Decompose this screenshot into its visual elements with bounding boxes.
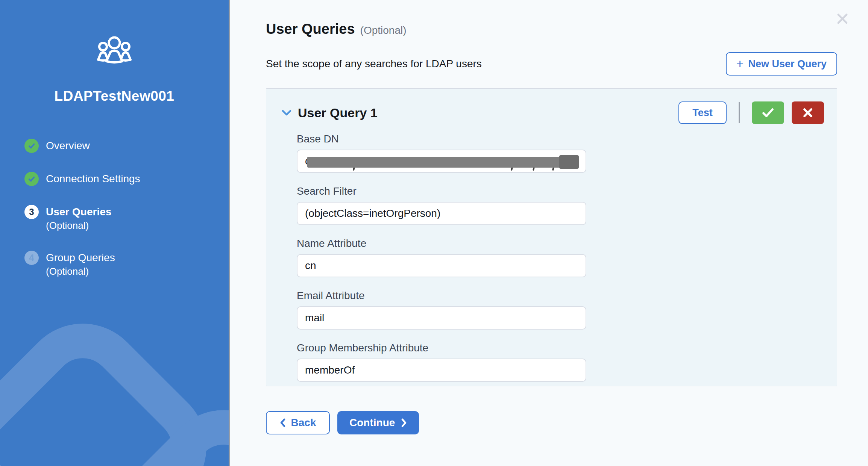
step-sublabel: (Optional) — [46, 220, 89, 231]
step-done-badge — [24, 172, 39, 186]
ldap-wizard-modal: LDAPTestNew001 Overview — [0, 0, 868, 466]
redaction-bar-end — [559, 155, 579, 169]
step-done-badge — [24, 139, 39, 153]
connector-name: LDAPTestNew001 — [0, 88, 229, 104]
email-attribute-label: Email Attribute — [297, 290, 586, 302]
step-number-badge: 4 — [24, 251, 39, 265]
new-user-query-button[interactable]: + New User Query — [726, 52, 837, 76]
continue-label: Continue — [349, 417, 395, 429]
step-label: Connection Settings — [46, 173, 140, 185]
field-group-membership-attribute: Group Membership Attribute — [297, 342, 586, 382]
search-filter-label: Search Filter — [297, 185, 586, 197]
step-overview[interactable]: Overview — [24, 139, 229, 153]
group-membership-attribute-label: Group Membership Attribute — [297, 342, 586, 354]
search-filter-input[interactable] — [297, 202, 586, 225]
email-attribute-input[interactable] — [297, 306, 586, 330]
close-icon[interactable] — [836, 12, 849, 26]
step-connection-settings[interactable]: Connection Settings — [24, 172, 229, 186]
page-header: User Queries (Optional) Set the scope of… — [231, 0, 868, 76]
base-dn-label: Base DN — [297, 133, 586, 145]
back-button[interactable]: Back — [266, 411, 330, 434]
test-button[interactable]: Test — [678, 101, 727, 124]
page-subtitle: Set the scope of any searches for LDAP u… — [266, 58, 482, 70]
step-sublabel: (Optional) — [46, 266, 89, 277]
step-user-queries[interactable]: 3 User Queries (Optional) — [24, 205, 229, 232]
user-query-title: User Query 1 — [298, 106, 678, 120]
chevron-left-icon — [280, 418, 286, 427]
group-membership-attribute-input[interactable] — [297, 359, 586, 382]
wizard-steps: Overview Connection Settings 3 — [0, 139, 229, 278]
page-title-suffix: (Optional) — [360, 24, 407, 36]
step-label: Overview — [46, 140, 90, 151]
user-query-panel: User Query 1 Test — [266, 88, 837, 386]
step-label: User Queries — [46, 206, 111, 218]
wizard-sidebar: LDAPTestNew001 Overview — [0, 0, 230, 466]
redaction-bar — [307, 157, 579, 168]
step-number-badge: 3 — [24, 205, 39, 219]
chevron-right-icon — [401, 418, 407, 427]
name-attribute-label: Name Attribute — [297, 238, 586, 250]
check-icon — [27, 142, 36, 150]
field-base-dn: Base DN — [297, 133, 586, 173]
plus-icon: + — [736, 57, 744, 70]
check-icon — [27, 175, 36, 183]
user-query-panel-header: User Query 1 Test — [266, 89, 837, 124]
chevron-down-icon[interactable] — [281, 109, 292, 116]
user-query-form: Base DN Search Filter — [266, 124, 837, 382]
back-label: Back — [291, 417, 316, 429]
continue-button[interactable]: Continue — [337, 411, 419, 434]
field-email-attribute: Email Attribute — [297, 290, 586, 330]
accept-query-button[interactable] — [752, 101, 784, 124]
page-title: User Queries — [266, 21, 355, 37]
name-attribute-input[interactable] — [297, 254, 586, 277]
users-group-icon — [96, 36, 133, 64]
check-icon — [762, 107, 774, 118]
field-name-attribute: Name Attribute — [297, 238, 586, 277]
x-mark-icon — [803, 107, 813, 118]
wizard-main: User Queries (Optional) Set the scope of… — [231, 0, 868, 466]
divider — [739, 102, 740, 123]
field-search-filter: Search Filter — [297, 185, 586, 225]
new-user-query-label: New User Query — [748, 58, 827, 70]
step-group-queries[interactable]: 4 Group Queries (Optional) — [24, 251, 229, 278]
delete-query-button[interactable] — [792, 101, 824, 124]
step-label: Group Queries — [46, 252, 115, 263]
wizard-footer: Back Continue — [231, 386, 868, 434]
